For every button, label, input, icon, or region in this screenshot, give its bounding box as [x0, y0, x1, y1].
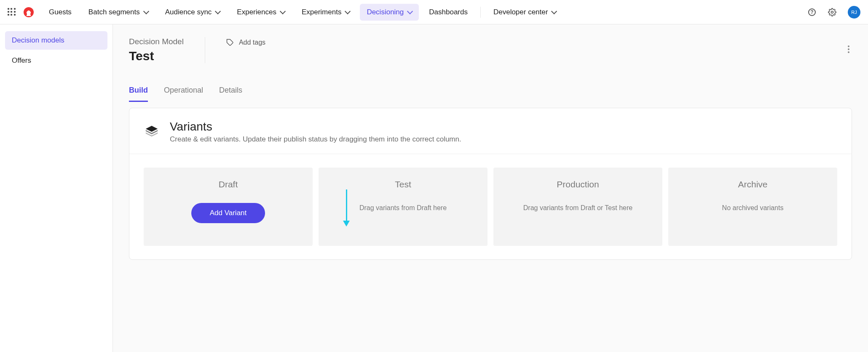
sidebar-item-label: Decision models: [12, 36, 64, 44]
sidebar-item-decision-models[interactable]: Decision models: [5, 31, 107, 50]
card-title: Variants: [170, 120, 461, 133]
app-switcher-icon[interactable]: [8, 8, 16, 16]
chevron-down-icon: [280, 8, 286, 14]
nav-label: Dashboards: [429, 8, 468, 16]
help-icon: ?: [808, 8, 816, 16]
column-draft[interactable]: Draft Add Variant: [144, 168, 313, 246]
nav-separator: [480, 7, 481, 18]
tab-build[interactable]: Build: [129, 86, 148, 102]
nav-label: Audience sync: [165, 8, 212, 16]
brand-logo-icon[interactable]: [24, 7, 34, 17]
add-tags-button[interactable]: Add tags: [226, 37, 265, 46]
nav-developer-center[interactable]: Developer center: [487, 4, 563, 21]
tab-label: Build: [129, 86, 148, 94]
tag-icon: [226, 39, 234, 46]
svg-marker-2: [146, 126, 158, 132]
column-title: Draft: [152, 179, 304, 189]
column-title: Test: [327, 179, 479, 189]
nav-guests[interactable]: Guests: [42, 4, 78, 21]
sidebar-item-offers[interactable]: Offers: [5, 51, 107, 70]
settings-button[interactable]: [828, 8, 837, 17]
column-hint: Drag variants from Draft here: [327, 203, 479, 213]
more-actions-button[interactable]: [845, 43, 852, 56]
nav-label: Decisioning: [367, 8, 404, 16]
chevron-down-icon: [551, 8, 557, 14]
tab-label: Operational: [164, 86, 203, 94]
variants-card: Variants Create & edit variants. Update …: [129, 108, 852, 260]
column-archive[interactable]: Archive No archived variants: [668, 168, 837, 246]
tabs: Build Operational Details: [129, 86, 852, 102]
chevron-down-icon: [407, 8, 413, 14]
nav-label: Experiments: [302, 8, 341, 16]
svg-point-0: [831, 11, 833, 13]
nav-label: Developer center: [493, 8, 548, 16]
nav-label: Experiences: [237, 8, 276, 16]
column-title: Production: [502, 179, 654, 189]
column-hint: No archived variants: [677, 203, 829, 213]
card-subtitle: Create & edit variants. Update their pub…: [170, 135, 461, 144]
chevron-down-icon: [215, 8, 221, 14]
breadcrumb: Decision Model: [129, 37, 184, 46]
add-tags-label: Add tags: [239, 39, 265, 46]
nav-label: Batch segments: [88, 8, 140, 16]
tab-label: Details: [219, 86, 242, 94]
sidebar-item-label: Offers: [12, 56, 31, 64]
column-production[interactable]: Production Drag variants from Draft or T…: [493, 168, 662, 246]
nav-label: Guests: [49, 8, 72, 16]
nav-audience-sync[interactable]: Audience sync: [158, 4, 227, 21]
column-test[interactable]: Test Drag variants from Draft here: [319, 168, 488, 246]
nav-dashboards[interactable]: Dashboards: [422, 4, 474, 21]
add-variant-button[interactable]: Add Variant: [191, 203, 265, 223]
page-title: Test: [129, 49, 184, 63]
tab-operational[interactable]: Operational: [164, 86, 203, 102]
nav-experiments[interactable]: Experiments: [295, 4, 356, 21]
user-avatar[interactable]: RJ: [848, 6, 860, 19]
gear-icon: [828, 8, 836, 16]
chevron-down-icon: [143, 8, 149, 14]
column-hint: Drag variants from Draft or Test here: [502, 203, 654, 213]
button-label: Add Variant: [210, 209, 247, 217]
nav-experiences[interactable]: Experiences: [230, 4, 292, 21]
nav-batch-segments[interactable]: Batch segments: [82, 4, 155, 21]
column-title: Archive: [677, 179, 829, 189]
tab-details[interactable]: Details: [219, 86, 242, 102]
help-button[interactable]: ?: [807, 8, 817, 17]
nav-decisioning[interactable]: Decisioning: [360, 4, 419, 21]
avatar-initials: RJ: [851, 10, 857, 15]
chevron-down-icon: [345, 8, 351, 14]
sidebar: Decision models Offers: [0, 24, 113, 352]
layers-icon: [145, 125, 159, 139]
